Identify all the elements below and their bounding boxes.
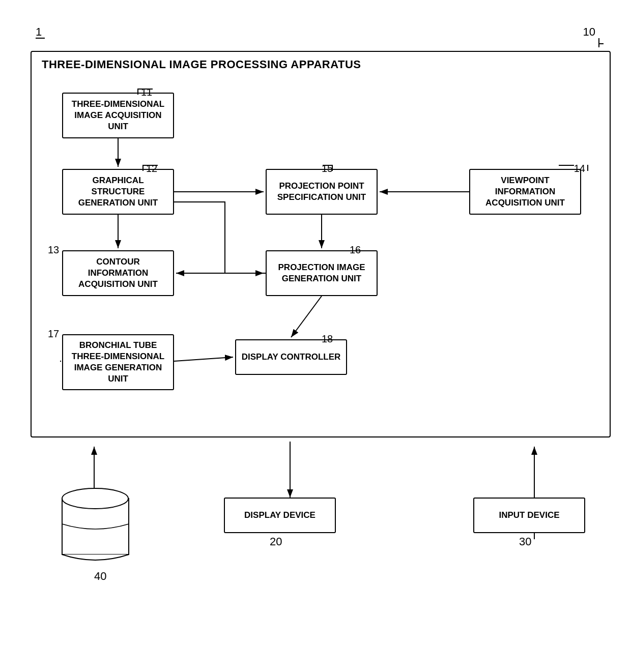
svg-point-16	[62, 488, 128, 509]
ref-14: 14	[574, 163, 585, 174]
ref-30: 30	[519, 535, 531, 548]
unit-11: THREE-DIMENSIONALIMAGE ACQUISITION UNIT	[62, 93, 174, 138]
diagram-container: 1 10 THREE-DIMENSIONAL IMAGE PROCESSING …	[20, 20, 611, 652]
unit-16: PROJECTION IMAGEGENERATION UNIT	[266, 250, 378, 296]
input-device: INPUT DEVICE	[473, 498, 585, 533]
ref-17: 17	[48, 328, 59, 340]
svg-line-8	[174, 357, 233, 361]
unit-14: VIEWPOINT INFORMATIONACQUISITION UNIT	[469, 169, 581, 215]
unit-12: GRAPHICAL STRUCTUREGENERATION UNIT	[62, 169, 174, 215]
ref-18: 18	[322, 333, 333, 345]
ref-num-1: 1	[36, 25, 42, 39]
ref-20: 20	[270, 535, 282, 548]
unit-17: BRONCHIAL TUBETHREE-DIMENSIONALIMAGE GEN…	[62, 334, 174, 390]
display-device: DISPLAY DEVICE	[224, 498, 336, 533]
ref-40: 40	[94, 570, 106, 583]
ref-13: 13	[48, 244, 59, 256]
unit-13: CONTOUR INFORMATIONACQUISITION UNIT	[62, 250, 174, 296]
ref-num-10: 10	[583, 25, 595, 39]
database-cylinder	[61, 483, 130, 570]
apparatus-title: THREE-DIMENSIONAL IMAGE PROCESSING APPAR…	[42, 58, 361, 71]
svg-line-7	[291, 296, 322, 337]
unit-15: PROJECTION POINTSPECIFICATION UNIT	[266, 169, 378, 215]
apparatus-box: THREE-DIMENSIONAL IMAGE PROCESSING APPAR…	[31, 51, 611, 437]
ref-16: 16	[350, 244, 361, 256]
